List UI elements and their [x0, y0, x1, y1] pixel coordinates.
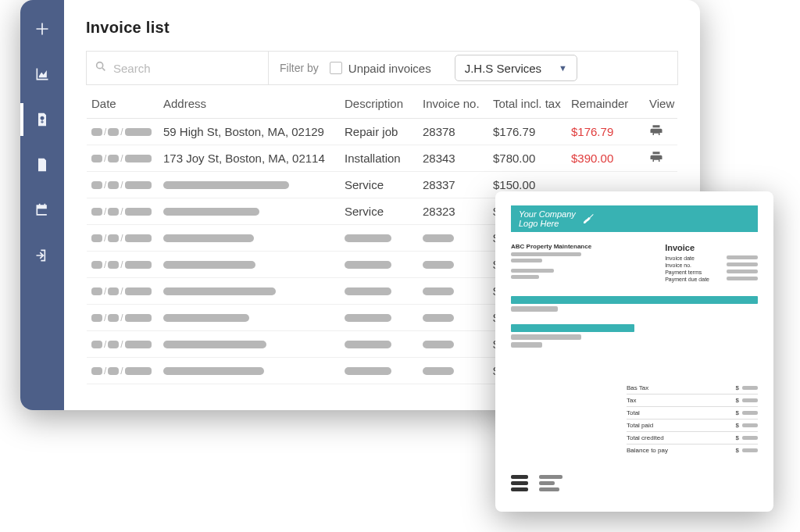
cell-invoice-no — [420, 228, 490, 248]
cell-description — [341, 334, 420, 354]
cell-invoice-no: 28378 — [420, 122, 490, 141]
search-icon — [95, 60, 107, 76]
cell-address — [160, 202, 341, 221]
cell-date: // — [88, 177, 160, 194]
col-total[interactable]: Total incl. tax — [490, 94, 568, 113]
svg-line-1 — [102, 68, 105, 70]
cell-view — [646, 182, 693, 188]
invoice-title: Invoice — [665, 243, 758, 252]
print-icon — [649, 150, 663, 166]
cell-description: Service — [341, 202, 420, 221]
invoice-totals: Bas Tax$ Tax$ Total$ Total paid$ Total c… — [627, 382, 758, 456]
chevron-down-icon: ▼ — [559, 63, 567, 73]
invoice-footer — [511, 475, 562, 491]
invoice-logo-text: Your Company Logo Here — [519, 209, 576, 228]
cell-invoice-no — [420, 281, 490, 301]
col-address[interactable]: Address — [160, 94, 341, 113]
cell-date: // — [88, 283, 160, 300]
tools-icon — [582, 212, 595, 225]
table-header: Date Address Description Invoice no. Tot… — [87, 89, 677, 119]
sidebar-item-reports[interactable] — [20, 62, 64, 86]
cell-address: 173 Joy St, Boston, MA, 02114 — [160, 148, 341, 168]
chart-icon — [34, 66, 50, 82]
cell-description: Service — [341, 175, 420, 195]
cell-description — [341, 228, 420, 248]
company-select[interactable]: J.H.S Services ▼ — [455, 55, 577, 81]
cell-address — [160, 361, 341, 380]
calendar-icon — [34, 202, 50, 218]
cell-description — [341, 281, 420, 301]
cell-description: Repair job — [341, 122, 420, 141]
cell-invoice-no: 28343 — [420, 148, 490, 168]
cell-address — [160, 228, 341, 248]
cell-address — [160, 255, 341, 274]
cell-date: // — [88, 336, 160, 353]
invoice-from-name: ABC Property Maintenance — [511, 243, 591, 250]
cell-address — [160, 175, 341, 195]
cell-remainder: $176.79 — [568, 122, 646, 141]
invoice-meta: ABC Property Maintenance Invoice Invoice… — [511, 243, 758, 284]
sidebar-item-add[interactable] — [20, 17, 64, 41]
cell-address: 59 High St, Boston, MA, 02129 — [160, 122, 341, 141]
search-input[interactable] — [113, 62, 262, 75]
cell-description — [341, 255, 420, 274]
col-description[interactable]: Description — [341, 94, 420, 113]
search-cell[interactable] — [86, 52, 269, 84]
unpaid-label: Unpaid invoices — [348, 62, 431, 75]
invoice-band — [511, 296, 758, 304]
cell-total: $780.00 — [490, 148, 568, 168]
cell-invoice-no: 28323 — [420, 202, 490, 221]
cell-description: Installation — [341, 148, 420, 168]
cell-description — [341, 308, 420, 327]
cell-invoice-no — [420, 334, 490, 354]
plus-icon — [34, 21, 50, 37]
invoice-preview-card: Your Company Logo Here ABC Property Main… — [495, 191, 773, 512]
filter-by-label: Filter by — [280, 62, 319, 74]
invoice-dollar-icon — [34, 112, 50, 127]
cell-invoice-no — [420, 361, 490, 380]
cell-date: // — [88, 309, 160, 327]
cell-address — [160, 281, 341, 301]
cell-invoice-no — [420, 308, 490, 327]
col-date[interactable]: Date — [88, 94, 160, 113]
page-title: Invoice list — [86, 19, 678, 37]
cell-date: // — [88, 362, 160, 380]
document-icon — [34, 157, 50, 173]
company-select-value: J.H.S Services — [465, 62, 541, 75]
cell-invoice-no — [420, 255, 490, 274]
cell-date: // — [88, 150, 160, 167]
cell-view[interactable] — [646, 147, 693, 170]
cell-view[interactable] — [646, 120, 693, 143]
filter-bar: Filter by Unpaid invoices J.H.S Services… — [86, 51, 678, 85]
sidebar-item-calendar[interactable] — [20, 198, 64, 222]
cell-description — [341, 361, 420, 380]
cell-address — [160, 308, 341, 327]
cell-remainder — [568, 182, 646, 188]
cell-date: // — [88, 123, 160, 141]
table-row[interactable]: //173 Joy St, Boston, MA, 02114Installat… — [87, 145, 677, 172]
unpaid-checkbox[interactable]: Unpaid invoices — [330, 62, 431, 75]
cell-address — [160, 334, 341, 354]
cell-total: $176.79 — [490, 122, 568, 141]
logout-icon — [34, 248, 50, 263]
col-remainder[interactable]: Remainder — [568, 94, 646, 113]
filter-by-cell: Filter by Unpaid invoices J.H.S Services… — [269, 52, 588, 84]
svg-point-0 — [97, 62, 103, 69]
cell-date: // — [88, 203, 160, 220]
print-icon — [649, 123, 663, 140]
sidebar-item-invoices[interactable] — [20, 108, 64, 131]
cell-date: // — [88, 256, 160, 273]
checkbox-icon — [330, 62, 342, 74]
invoice-info: Invoice Invoice date Invoice no. Payment… — [665, 243, 758, 284]
invoice-header: Your Company Logo Here — [511, 205, 758, 232]
col-view[interactable]: View — [646, 94, 693, 113]
sidebar-item-documents[interactable] — [20, 153, 64, 177]
col-invoice-no[interactable]: Invoice no. — [420, 94, 490, 113]
sidebar-item-logout[interactable] — [20, 244, 64, 267]
table-row[interactable]: //59 High St, Boston, MA, 02129Repair jo… — [87, 119, 677, 145]
cell-remainder: $390.00 — [568, 148, 646, 168]
cell-invoice-no: 28337 — [420, 175, 490, 195]
sidebar — [20, 0, 64, 410]
invoice-band — [511, 324, 634, 332]
cell-date: // — [88, 230, 160, 247]
